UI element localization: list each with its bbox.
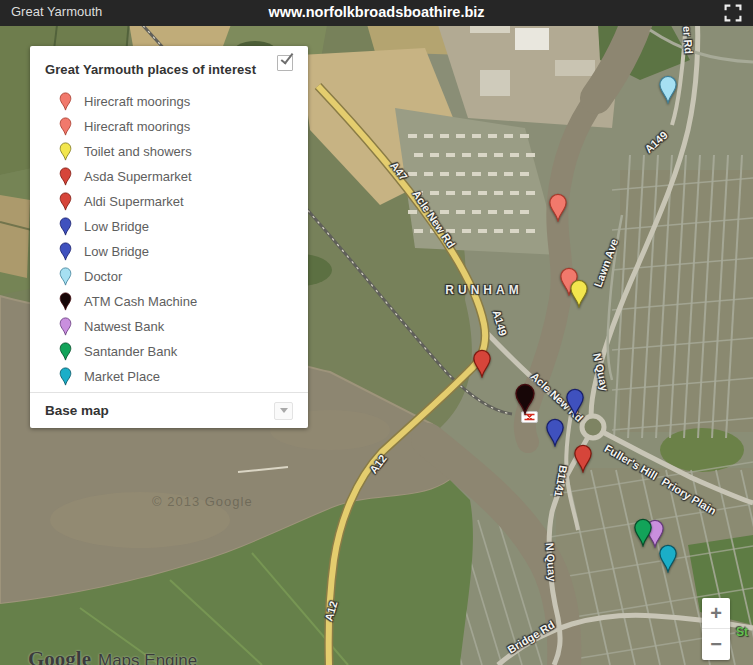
map-pin-icon	[59, 217, 72, 236]
legend-item-label: Market Place	[84, 369, 160, 384]
asda-supermarket-pin-icon	[472, 349, 492, 378]
low-bridge-2-pin-icon	[545, 418, 565, 447]
legend-item-market-place-12[interactable]: Market Place	[30, 364, 308, 389]
fullscreen-icon[interactable]	[724, 4, 742, 22]
legend-item-label: Natwest Bank	[84, 319, 164, 334]
legend-item-hirecraft-moorings-2[interactable]: Hirecraft moorings	[30, 114, 308, 139]
legend-item-natwest-bank-10[interactable]: Natwest Bank	[30, 314, 308, 339]
legend-item-hirecraft-moorings-1[interactable]: Hirecraft moorings	[30, 89, 308, 114]
map-pin-hirecraft-moorings-1[interactable]	[548, 193, 568, 226]
map-pin-icon	[59, 292, 72, 311]
map-pin-doctor[interactable]	[658, 75, 678, 108]
legend-item-label: Aldi Supermarket	[84, 194, 184, 209]
map-pin-icon	[59, 117, 72, 136]
toilet-and-showers-pin-icon	[569, 279, 589, 308]
map-pin-icon	[59, 192, 72, 211]
legend-item-label: Asda Supermarket	[84, 169, 192, 184]
copyright-watermark: © 2013 Google	[152, 494, 253, 509]
map-pin-low-bridge-1[interactable]	[565, 388, 585, 421]
map-pin-toilet-and-showers[interactable]	[569, 279, 589, 312]
map-pin-icon	[59, 317, 72, 336]
legend-item-atm-cash-machine-9[interactable]: ATM Cash Machine	[30, 289, 308, 314]
top-bar: Great Yarmouth www.norfolkbroadsboathire…	[0, 0, 753, 26]
base-map-row[interactable]: Base map	[30, 392, 308, 428]
map-pin-icon	[59, 242, 72, 261]
base-map-dropdown-button[interactable]	[274, 402, 293, 420]
map-pin-asda-supermarket[interactable]	[472, 349, 492, 382]
map-pin-icon	[59, 142, 72, 161]
legend-checkbox[interactable]	[277, 55, 293, 71]
low-bridge-1-pin-icon	[565, 388, 585, 417]
base-map-label: Base map	[45, 403, 109, 418]
map-pin-icon	[59, 342, 72, 361]
legend-item-low-bridge-7[interactable]: Low Bridge	[30, 239, 308, 264]
legend-item-label: Hirecraft moorings	[84, 94, 190, 109]
map-pin-icon	[59, 167, 72, 186]
legend-item-toilet-and-showers-3[interactable]: Toilet and showers	[30, 139, 308, 164]
legend-item-aldi-supermarket-5[interactable]: Aldi Supermarket	[30, 189, 308, 214]
google-logo: Google	[28, 647, 91, 665]
legend-item-asda-supermarket-4[interactable]: Asda Supermarket	[30, 164, 308, 189]
legend-item-label: Santander Bank	[84, 344, 177, 359]
legend-title-row: Great Yarmouth places of interest	[30, 46, 308, 84]
map-pin-icon	[59, 367, 72, 386]
legend-item-santander-bank-11[interactable]: Santander Bank	[30, 339, 308, 364]
map-pin-low-bridge-2[interactable]	[545, 418, 565, 451]
zoom-out-button[interactable]: −	[702, 629, 730, 660]
legend-panel: Great Yarmouth places of interest Hirecr…	[30, 46, 308, 428]
map-pin-santander-bank[interactable]	[633, 518, 653, 551]
legend-item-label: Low Bridge	[84, 244, 149, 259]
map-pin-atm-cash-machine[interactable]	[514, 383, 536, 419]
google-maps-engine-watermark: GoogleMaps Engine	[28, 647, 197, 665]
map-pin-market-place[interactable]	[658, 544, 678, 577]
hirecraft-moorings-1-pin-icon	[548, 193, 568, 222]
legend-item-doctor-8[interactable]: Doctor	[30, 264, 308, 289]
maps-engine-label: Maps Engine	[98, 651, 197, 665]
checkmark-icon	[281, 51, 294, 65]
atm-cash-machine-pin-icon	[514, 383, 536, 415]
chevron-down-icon	[280, 408, 288, 413]
legend-item-label: Doctor	[84, 269, 122, 284]
map-pin-aldi-supermarket[interactable]	[573, 444, 593, 477]
legend-item-label: Low Bridge	[84, 219, 149, 234]
legend-items: Hirecraft mooringsHirecraft mooringsToil…	[30, 89, 308, 389]
zoom-in-button[interactable]: +	[702, 598, 730, 629]
aldi-supermarket-pin-icon	[573, 444, 593, 473]
doctor-pin-icon	[658, 75, 678, 104]
map-pin-icon	[59, 267, 72, 286]
legend-title: Great Yarmouth places of interest	[45, 62, 256, 77]
legend-item-label: Toilet and showers	[84, 144, 192, 159]
legend-item-label: ATM Cash Machine	[84, 294, 197, 309]
map-viewport[interactable]: Great Yarmouth www.norfolkbroadsboathire…	[0, 0, 753, 665]
legend-item-label: Hirecraft moorings	[84, 119, 190, 134]
market-place-pin-icon	[658, 544, 678, 573]
santander-bank-pin-icon	[633, 518, 653, 547]
zoom-control: + −	[702, 598, 730, 660]
map-pin-icon	[59, 92, 72, 111]
site-url: www.norfolkbroadsboathire.biz	[0, 4, 753, 20]
legend-item-low-bridge-6[interactable]: Low Bridge	[30, 214, 308, 239]
